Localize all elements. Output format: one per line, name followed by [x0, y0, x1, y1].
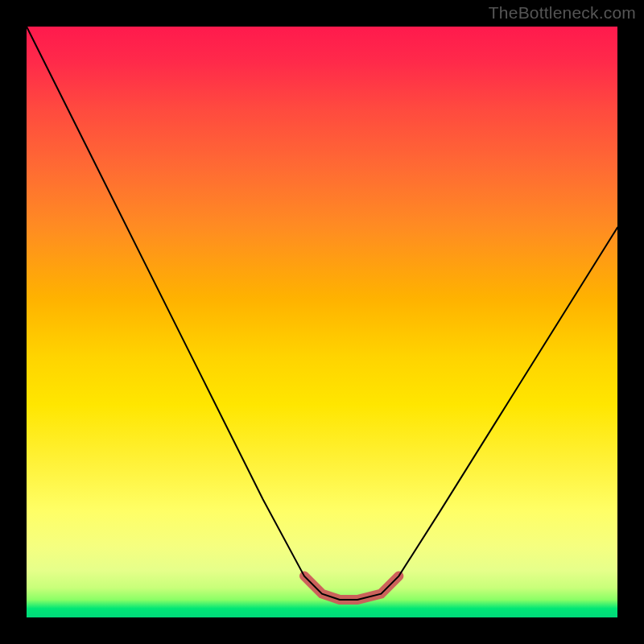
- chart-frame: TheBottleneck.com: [0, 0, 644, 644]
- watermark-text: TheBottleneck.com: [489, 3, 636, 23]
- bottleneck-curve: [27, 27, 617, 600]
- curve-svg: [27, 27, 617, 617]
- plot-area: [27, 27, 617, 617]
- curve-highlight: [304, 576, 398, 600]
